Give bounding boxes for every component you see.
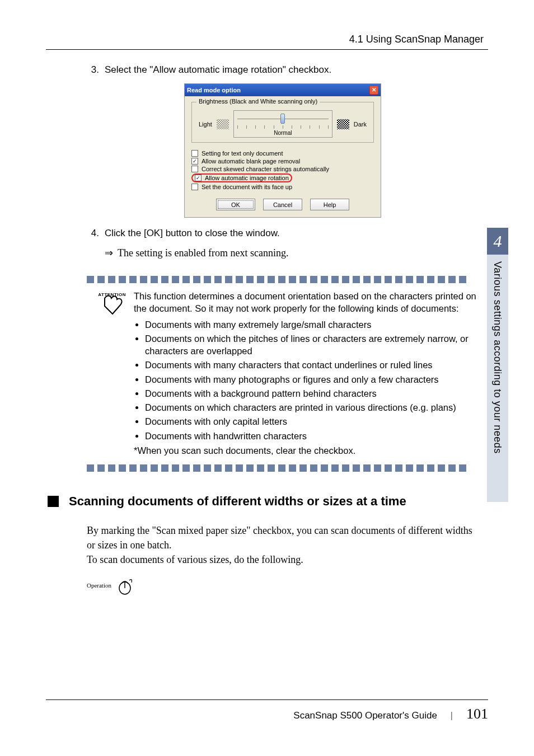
light-swatch-icon xyxy=(217,119,229,129)
close-icon[interactable]: ✕ xyxy=(369,86,378,95)
checkbox[interactable]: ✓ xyxy=(195,175,202,181)
dialog-title: Read mode option xyxy=(187,87,241,93)
chapter-title: Various settings according to your needs xyxy=(487,255,508,461)
checkbox-label: Set the document with its face up xyxy=(202,184,292,190)
brightness-fieldset: Brightness (Black and White scanning onl… xyxy=(191,102,374,143)
attention-list-item: Documents with many characters that cont… xyxy=(145,359,479,371)
attention-footnote: *When you scan such documents, clear the… xyxy=(134,444,479,457)
checkbox[interactable]: ✓ xyxy=(191,158,198,165)
operation-icon: Operation xyxy=(87,576,479,595)
ok-button[interactable]: OK xyxy=(216,199,255,210)
attention-list-item: Documents on which characters are printe… xyxy=(145,401,479,414)
checkbox-row: ✓Allow automatic image rotation xyxy=(191,173,374,183)
cancel-button[interactable]: Cancel xyxy=(263,199,302,210)
attention-list-item: Documents with a background pattern behi… xyxy=(145,387,479,400)
attention-intro: This function determines a document orie… xyxy=(134,290,479,315)
chapter-number: 4 xyxy=(487,228,508,255)
chapter-side-tab: 4 Various settings according to your nee… xyxy=(487,228,508,502)
dark-label: Dark xyxy=(354,121,367,128)
checkbox-label: Allow automatic blank page removal xyxy=(202,158,300,165)
step-4: 4. Click the [OK] button to close the wi… xyxy=(87,228,479,239)
checkbox-label: Correct skewed character strings automat… xyxy=(202,166,329,172)
attention-hand-icon xyxy=(100,294,126,316)
checkbox[interactable] xyxy=(191,166,198,172)
header-rule xyxy=(46,49,488,50)
section-bullet-icon xyxy=(48,496,59,507)
page-header: 4.1 Using ScanSnap Manager xyxy=(349,34,484,45)
read-mode-option-dialog: Read mode option ✕ Brightness (Black and… xyxy=(184,83,381,218)
fieldset-legend: Brightness (Black and White scanning onl… xyxy=(196,98,320,105)
help-button[interactable]: Help xyxy=(310,199,349,210)
attention-block: ATTENTION This function determines a doc… xyxy=(87,290,479,457)
normal-label: Normal xyxy=(237,130,329,136)
attention-list-item: Documents on which the pitches of lines … xyxy=(145,332,479,358)
result-arrow-icon: ⇒ xyxy=(105,247,113,259)
footer-page-number: 101 xyxy=(466,706,488,722)
page-footer: ScanSnap S500 Operator's Guide | 101 xyxy=(46,699,488,722)
attention-list-item: Documents with handwritten characters xyxy=(145,430,479,442)
checkbox-row: ✓Allow automatic blank page removal xyxy=(191,157,374,165)
checkbox-label: Setting for text only document xyxy=(202,150,283,157)
checkbox-row: Setting for text only document xyxy=(191,149,374,157)
checkbox[interactable] xyxy=(191,184,198,190)
step-3: 3. Select the "Allow automatic image rot… xyxy=(87,64,479,76)
slider-thumb-icon[interactable] xyxy=(280,114,285,124)
attention-list-item: Documents with many photographs or figur… xyxy=(145,373,479,386)
checkbox-row: Correct skewed character strings automat… xyxy=(191,165,374,173)
dark-swatch-icon xyxy=(337,119,349,129)
checkbox-label: Allow automatic image rotation xyxy=(205,175,289,181)
attention-list-item: Documents with many extremely large/smal… xyxy=(145,318,479,331)
result-line: ⇒ The setting is enabled from next scann… xyxy=(105,247,479,259)
light-label: Light xyxy=(199,121,212,128)
decorative-rule xyxy=(87,464,479,472)
attention-list-item: Documents with only capital letters xyxy=(145,415,479,428)
section-paragraph-1: By marking the "Scan mixed paper size" c… xyxy=(87,523,479,552)
checkbox-row: Set the document with its face up xyxy=(191,183,374,191)
brightness-slider[interactable] xyxy=(237,114,329,128)
footer-title: ScanSnap S500 Operator's Guide xyxy=(293,710,437,721)
section-title: Scanning documents of different widths o… xyxy=(69,494,406,509)
dialog-titlebar: Read mode option ✕ xyxy=(185,84,381,96)
section-paragraph-2: To scan documents of various sizes, do t… xyxy=(87,552,479,567)
decorative-rule xyxy=(87,276,479,283)
checkbox[interactable] xyxy=(191,150,198,157)
